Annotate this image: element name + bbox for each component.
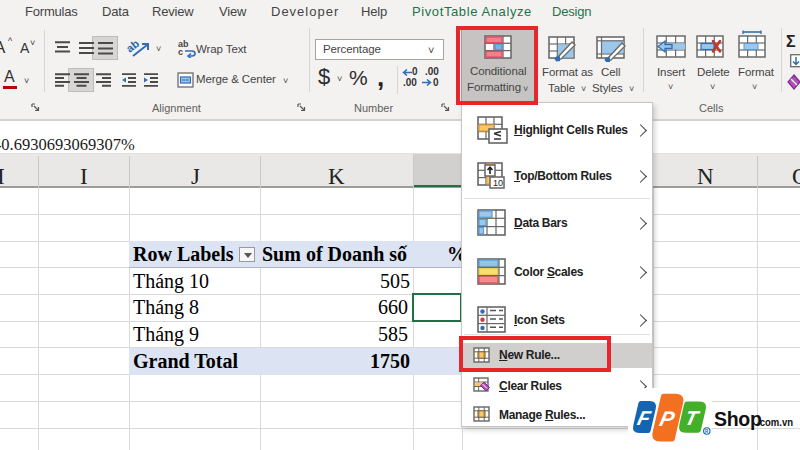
svg-text:.com.vn: .com.vn (757, 416, 793, 428)
svg-text:10: 10 (493, 178, 503, 188)
svg-text:Shop: Shop (714, 408, 762, 430)
